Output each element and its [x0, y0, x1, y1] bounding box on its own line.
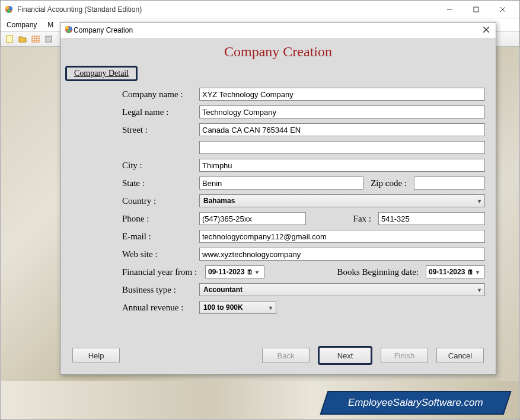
calendar-icon: 🗓 [247, 268, 253, 275]
minimize-button[interactable] [436, 1, 462, 18]
dialog-close-button[interactable] [480, 25, 492, 35]
help-button[interactable]: Help [72, 348, 120, 363]
svg-rect-14 [46, 36, 52, 42]
titlebar: Financial Accounting (Standard Edition) [1, 1, 519, 18]
svg-point-2 [9, 7, 12, 10]
company-creation-dialog: Company Creation Company Creation Compan… [60, 22, 496, 375]
open-folder-icon[interactable] [17, 34, 28, 44]
svg-point-17 [69, 27, 72, 30]
dialog-button-row: Help Back Next Finish Cancel [69, 341, 487, 366]
business-type-select[interactable]: Accountant ▾ [199, 283, 485, 296]
label-legal-name: Legal name : [122, 107, 199, 117]
next-button[interactable]: Next [318, 346, 372, 365]
label-business-type: Business type : [122, 285, 199, 295]
fy-from-datepicker[interactable]: 09-11-2023 🗓 ▾ [205, 265, 264, 278]
fax-field[interactable] [378, 212, 485, 225]
finish-button[interactable]: Finish [381, 348, 428, 363]
label-country: Country : [122, 196, 199, 206]
label-website: Web site : [122, 249, 199, 259]
label-phone: Phone : [122, 214, 199, 224]
label-email: E-mail : [122, 232, 199, 242]
annual-revenue-value: 100 to 900K [203, 303, 243, 312]
dialog-body: Company Creation Company Detail Company … [60, 38, 496, 374]
label-fy-from: Financial year from : [122, 267, 205, 277]
label-zip: Zip code : [367, 178, 410, 188]
cancel-button[interactable]: Cancel [436, 348, 484, 363]
books-begin-datepicker[interactable]: 09-11-2023 🗓 ▾ [426, 265, 485, 278]
street2-field[interactable] [199, 141, 485, 154]
legal-name-field[interactable] [199, 105, 485, 118]
dialog-heading: Company Creation [69, 44, 487, 60]
app-title: Financial Accounting (Standard Edition) [17, 5, 436, 14]
menu-m[interactable]: M [47, 21, 53, 29]
form-area: Company name : Legal name : Street : Ci [69, 87, 487, 341]
svg-point-16 [65, 26, 69, 30]
table-icon[interactable] [30, 34, 41, 44]
label-company-name: Company name : [122, 89, 199, 100]
city-field[interactable] [199, 159, 485, 172]
annual-revenue-select[interactable]: 100 to 900K ▾ [199, 301, 276, 314]
phone-field[interactable] [199, 212, 306, 225]
chevron-down-icon: ▾ [478, 287, 481, 293]
country-select[interactable]: Bahamas ▾ [199, 194, 485, 207]
svg-rect-5 [474, 7, 478, 12]
books-begin-value: 09-11-2023 [429, 268, 465, 276]
section-company-detail: Company Detail [65, 66, 138, 81]
chevron-down-icon: ▾ [269, 304, 272, 311]
email-field[interactable] [199, 230, 485, 243]
window-controls [436, 1, 516, 18]
label-annual-revenue: Annual revenue : [122, 303, 199, 313]
company-name-field[interactable] [199, 88, 485, 101]
new-file-icon[interactable] [4, 34, 15, 44]
svg-rect-8 [7, 36, 12, 43]
svg-point-1 [5, 6, 9, 9]
footer-banner: EmployeeSalarySoftware.com [320, 391, 512, 415]
label-street: Street : [122, 125, 199, 135]
label-books-begin: Books Beginning date: [334, 267, 423, 277]
toolbar-icon-4[interactable] [43, 34, 54, 44]
chevron-down-icon: ▾ [256, 269, 259, 275]
fy-from-value: 09-11-2023 [208, 268, 244, 276]
svg-rect-9 [32, 36, 39, 42]
back-button[interactable]: Back [262, 348, 310, 363]
calendar-icon: 🗓 [467, 268, 474, 275]
footer-text: EmployeeSalarySoftware.com [348, 397, 483, 409]
website-field[interactable] [199, 248, 485, 261]
close-button[interactable] [489, 1, 516, 18]
business-type-value: Accountant [203, 286, 243, 294]
chevron-down-icon: ▾ [476, 269, 479, 275]
label-state: State : [122, 178, 199, 188]
app-icon [4, 5, 14, 14]
main-window: Financial Accounting (Standard Edition) … [0, 0, 520, 420]
zip-field[interactable] [414, 177, 485, 190]
menu-company[interactable]: Company [7, 21, 37, 29]
chevron-down-icon: ▾ [478, 198, 481, 204]
maximize-button[interactable] [462, 1, 489, 18]
street1-field[interactable] [199, 123, 485, 136]
label-fax: Fax : [350, 214, 375, 224]
dialog-titlebar: Company Creation [60, 23, 496, 38]
state-field[interactable] [199, 177, 363, 190]
label-city: City : [122, 161, 199, 171]
svg-point-18 [67, 30, 71, 33]
country-value: Bahamas [203, 197, 235, 205]
svg-point-3 [7, 9, 11, 13]
dialog-icon [64, 25, 74, 36]
dialog-title: Company Creation [74, 26, 480, 34]
